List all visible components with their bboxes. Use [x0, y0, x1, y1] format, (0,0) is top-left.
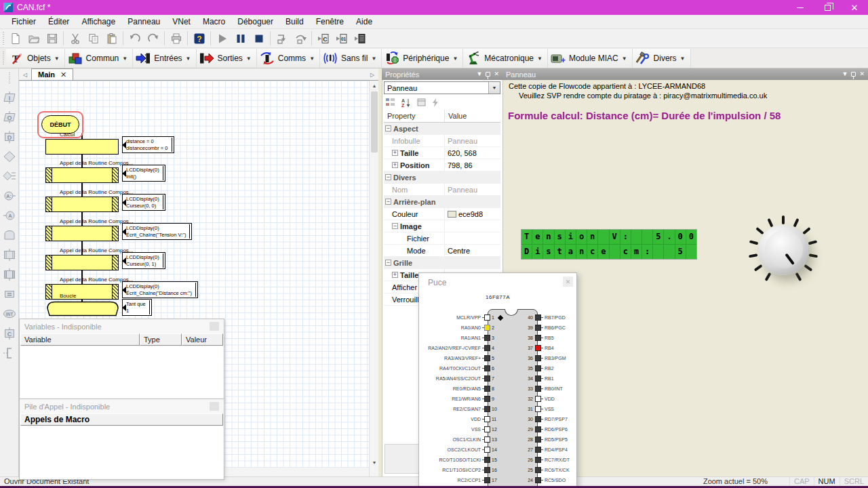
expand-box[interactable]: +: [392, 272, 398, 278]
decision-tool-icon[interactable]: [1, 148, 18, 165]
paste-button[interactable]: [102, 30, 121, 47]
goto-connection-tool-icon[interactable]: A: [1, 207, 18, 224]
pin-icon[interactable]: [486, 72, 490, 77]
property-row[interactable]: Couleurece9d8: [384, 208, 500, 220]
flowchart-step[interactable]: [45, 284, 119, 300]
property-row[interactable]: −Arrière-plan: [384, 196, 500, 208]
macro-tool-icon[interactable]: [1, 246, 18, 263]
collapse-box[interactable]: −: [385, 260, 391, 266]
flowchart-step[interactable]: [45, 226, 119, 241]
component-group-mecatronique[interactable]: Mécatronique ▼: [463, 49, 548, 68]
collapse-box[interactable]: −: [385, 174, 391, 180]
menu-item-fichier[interactable]: Fichier: [5, 15, 42, 28]
menu-item-deboguer[interactable]: Déboguer: [231, 15, 279, 28]
tab-scroll-left-icon[interactable]: ◁: [19, 69, 31, 80]
copy-button[interactable]: [84, 30, 102, 47]
component-group-comms[interactable]: Comms ▼: [257, 49, 320, 68]
collapse-box[interactable]: −: [392, 223, 398, 229]
canvas-vertical-scrollbar[interactable]: ▲ ▼: [369, 81, 378, 476]
component-group-sansfil[interactable]: Sans fil ▼: [320, 49, 382, 68]
minimize-button[interactable]: [787, 0, 814, 15]
alphabetical-sort-icon[interactable]: AZ: [401, 98, 411, 107]
menu-item-aide[interactable]: Aide: [350, 15, 378, 28]
property-pages-icon[interactable]: [417, 98, 426, 106]
collapse-box[interactable]: −: [385, 199, 391, 205]
chevron-down-icon[interactable]: ▼: [122, 54, 127, 62]
component-group-miac[interactable]: + Module MIAC ▼: [548, 49, 633, 68]
flowchart-start-node[interactable]: DÉBUT: [41, 115, 79, 134]
menu-item-editer[interactable]: Éditer: [42, 15, 75, 28]
chevron-down-icon[interactable]: ▼: [452, 54, 458, 62]
tab-close-icon[interactable]: ✕: [60, 70, 66, 79]
panel-close-icon[interactable]: [210, 402, 219, 411]
pause-button[interactable]: [231, 30, 250, 47]
flowchart-step[interactable]: [45, 197, 119, 212]
tab-main[interactable]: Main ✕: [31, 68, 73, 80]
menu-item-vnet[interactable]: VNet: [166, 15, 197, 28]
close-button[interactable]: ✕: [841, 0, 868, 15]
input-tool-icon[interactable]: I: [1, 89, 18, 106]
flowchart-step[interactable]: [45, 255, 119, 270]
c-code-tool-icon[interactable]: C: [1, 325, 18, 342]
comment-tool-icon[interactable]: [1, 344, 18, 361]
property-row[interactable]: Fichier: [384, 232, 500, 245]
step-note[interactable]: Tant que 1: [122, 299, 152, 316]
property-row[interactable]: ModeCentre: [384, 245, 500, 257]
component-macro-tool-icon[interactable]: [1, 266, 18, 283]
chevron-down-icon[interactable]: ▼: [246, 54, 252, 62]
step-note[interactable]: LCDDisplay(0)Init(): [122, 165, 165, 182]
component-group-peripherique[interactable]: Périphérique ▼: [382, 49, 463, 68]
step-note[interactable]: LCDDisplay(0)Écrit_Chaîne("Tension V:"): [122, 223, 192, 240]
component-group-sorties[interactable]: Sorties ▼: [197, 49, 257, 68]
property-value-cell[interactable]: 798, 86: [445, 159, 500, 171]
panel-menu-icon[interactable]: ▼: [842, 71, 848, 77]
compile-to-chip-button[interactable]: [351, 30, 369, 47]
menu-item-panneau[interactable]: Panneau: [121, 15, 166, 28]
expand-box[interactable]: +: [392, 150, 398, 156]
panel-close-icon[interactable]: [210, 322, 219, 331]
scrollbar-thumb[interactable]: [371, 92, 378, 152]
menu-item-fenetre[interactable]: Fenêtre: [310, 15, 350, 28]
menu-item-affichage[interactable]: Affichage: [75, 15, 121, 28]
output-tool-icon[interactable]: O: [1, 108, 18, 125]
step-over-button[interactable]: [291, 30, 309, 47]
property-row[interactable]: −Image: [384, 220, 500, 232]
categorized-view-icon[interactable]: [386, 98, 395, 106]
property-row[interactable]: NomPanneau: [384, 184, 500, 196]
property-value-cell[interactable]: Panneau: [445, 135, 500, 146]
menu-item-macro[interactable]: Macro: [197, 15, 231, 28]
tab-scroll-right-icon[interactable]: ▷: [366, 69, 378, 80]
stop-button[interactable]: [250, 30, 268, 47]
component-group-entrees[interactable]: Entrées ▼: [133, 49, 196, 68]
step-note[interactable]: distance = 0distancecombr = 0: [122, 136, 174, 153]
switch-tool-icon[interactable]: [1, 167, 18, 184]
potentiometer-knob[interactable]: [746, 213, 821, 287]
scroll-up-icon[interactable]: ▲: [370, 81, 379, 90]
property-row[interactable]: −Grille: [384, 257, 500, 269]
delay-tool-icon[interactable]: D: [1, 128, 18, 145]
run-button[interactable]: [213, 30, 231, 47]
print-button[interactable]: [167, 30, 185, 47]
scroll-down-icon[interactable]: ▼: [370, 458, 379, 467]
events-icon[interactable]: [432, 98, 439, 107]
component-group-objets[interactable]: T Objets ▼: [6, 49, 65, 68]
save-button[interactable]: [43, 30, 61, 47]
property-row[interactable]: +Taille620, 568: [384, 147, 500, 159]
chevron-down-icon[interactable]: ▼: [488, 82, 500, 94]
flowchart-step[interactable]: [45, 167, 119, 183]
property-row[interactable]: InfobullePanneau: [384, 135, 500, 147]
chip-window-close-icon[interactable]: ✕: [563, 277, 573, 287]
chevron-down-icon[interactable]: ▼: [186, 54, 191, 62]
property-row[interactable]: −Divers: [384, 171, 500, 184]
new-button[interactable]: [6, 30, 24, 47]
compile-to-asm-button[interactable]: 01: [332, 30, 351, 47]
restore-button[interactable]: [814, 0, 841, 15]
undo-button[interactable]: [125, 30, 144, 47]
property-row[interactable]: −Aspect: [384, 123, 500, 135]
step-note[interactable]: LCDDisplay(0)Curseur(0, 1): [122, 252, 165, 269]
chevron-down-icon[interactable]: ▼: [309, 54, 315, 62]
menu-item-build[interactable]: Build: [279, 15, 310, 28]
property-value-cell[interactable]: 620, 568: [445, 147, 500, 159]
redo-button[interactable]: [144, 30, 162, 47]
chevron-down-icon[interactable]: ▼: [537, 54, 542, 62]
